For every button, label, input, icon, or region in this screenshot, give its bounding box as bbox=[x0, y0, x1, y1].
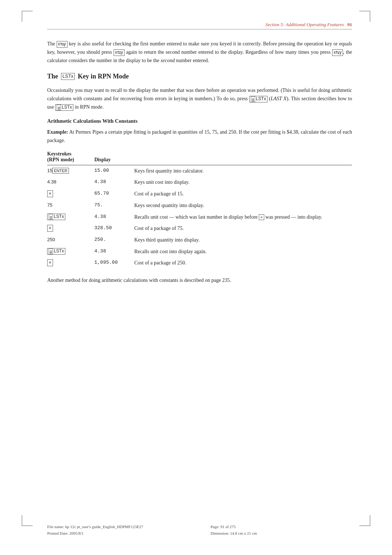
table-cell-description: Recalls unit cost — which was last numbe… bbox=[134, 211, 352, 223]
multiply-key: × bbox=[47, 225, 53, 232]
table-cell-description: Keys third quantity into display. bbox=[134, 234, 352, 246]
lstx-label-small-2: LSTx bbox=[62, 105, 72, 110]
table-row: 4.384.38Keys unit cost into display. bbox=[47, 177, 352, 188]
example-label: Example: bbox=[47, 129, 68, 135]
g-key: g bbox=[49, 248, 53, 254]
col-header-desc bbox=[134, 150, 352, 165]
closing-paragraph: Another method for doing arithmetic calc… bbox=[47, 276, 352, 284]
table-cell-description: Keys second quantity into display. bbox=[134, 200, 352, 211]
multiply-key: × bbox=[47, 259, 53, 266]
intro-paragraph: The x⇆y key is also useful for checking … bbox=[47, 40, 352, 65]
corner-mark-br bbox=[359, 515, 370, 526]
table-row: g LSTx4.38Recalls unit cost — which was … bbox=[47, 211, 352, 223]
g-lstx-key: g LSTx bbox=[47, 214, 65, 220]
col-header-keys: Keystrokes(RPN mode) bbox=[47, 150, 94, 165]
g-key-small-2: g bbox=[57, 105, 61, 110]
table-cell-description: Keys first quantity into calculator. bbox=[134, 165, 352, 177]
lstx-label: LSTx bbox=[54, 214, 64, 220]
table-cell-keys: × bbox=[47, 257, 94, 269]
g-key-small: g bbox=[251, 96, 255, 102]
example-paragraph: Example: At Permex Pipes a certain pipe … bbox=[47, 128, 352, 145]
table-cell-display: 75. bbox=[94, 200, 134, 211]
table-row: ×1,095.00Cost of a package of 250. bbox=[47, 257, 352, 269]
col-header-keys-sub: (RPN mode) bbox=[47, 157, 74, 162]
g-key: g bbox=[49, 214, 53, 220]
footer-right-line2: Dimension: 14.8 cm x 21 cm bbox=[211, 530, 352, 537]
table-cell-keys: g LSTx bbox=[47, 211, 94, 223]
heading-the: The bbox=[47, 73, 58, 80]
header-section-label: Section 5: Additional Operating Features… bbox=[265, 22, 352, 28]
table-cell-display: 15.00 bbox=[94, 165, 134, 177]
xry-key-2: x⇆y bbox=[114, 49, 124, 56]
table-cell-keys: × bbox=[47, 223, 94, 234]
table-cell-description: Cost of a package of 15. bbox=[134, 188, 352, 200]
footer-left-line2: Printed Date: 2005/8/1 bbox=[47, 530, 189, 537]
table-cell-keys: 250 bbox=[47, 234, 94, 246]
body-paragraph: Occasionally you may want to recall to t… bbox=[47, 86, 352, 111]
heading-text: Key in RPN Mode bbox=[78, 73, 128, 80]
table-cell-display: 65.70 bbox=[94, 188, 134, 200]
table-row: 7575.Keys second quantity into display. bbox=[47, 200, 352, 211]
footer-right-line1: Page: 91 of 275 bbox=[211, 523, 352, 530]
multiply-key: × bbox=[47, 190, 53, 197]
table-cell-keys: 15ENTER bbox=[47, 165, 94, 177]
table-row: 15ENTER15.00Keys first quantity into cal… bbox=[47, 165, 352, 177]
g-lstx-key: g LSTx bbox=[47, 248, 65, 255]
table-cell-keys: g LSTx bbox=[47, 246, 94, 258]
page-header: Section 5: Additional Operating Features… bbox=[47, 22, 352, 29]
table-cell-display: 4.38 bbox=[94, 177, 134, 188]
g-lstx-key-inline-2: g LSTx bbox=[55, 104, 73, 111]
enter-key: ENTER bbox=[52, 168, 69, 174]
table-cell-description: Recalls unit cost into display again. bbox=[134, 246, 352, 258]
footer-left-line1: File name: hp 12c pt_user's guide_Englis… bbox=[47, 523, 189, 530]
corner-mark-tl bbox=[22, 11, 33, 22]
table-cell-display: 4.38 bbox=[94, 211, 134, 223]
table-cell-display: 328.50 bbox=[94, 223, 134, 234]
table-cell-display: 250. bbox=[94, 234, 134, 246]
sub-heading: Arithmetic Calculations With Constants bbox=[47, 118, 352, 124]
table-row: ×65.70Cost of a package of 15. bbox=[47, 188, 352, 200]
xry-key-3: x⇆y bbox=[332, 49, 343, 56]
table-cell-description: Cost of a package of 250. bbox=[134, 257, 352, 269]
page: Section 5: Additional Operating Features… bbox=[0, 0, 392, 555]
lstx-label: LSTx bbox=[54, 248, 64, 254]
footer-left: File name: hp 12c pt_user's guide_Englis… bbox=[47, 523, 189, 537]
footer-row: File name: hp 12c pt_user's guide_Englis… bbox=[47, 523, 352, 537]
table-cell-keys: × bbox=[47, 188, 94, 200]
table-cell-keys: 4.38 bbox=[47, 177, 94, 188]
table-cell-display: 1,095.00 bbox=[94, 257, 134, 269]
col-header-display: Display bbox=[94, 150, 134, 165]
corner-mark-tr bbox=[359, 11, 370, 22]
g-lstx-key-inline: gLSTx bbox=[249, 96, 268, 102]
table-row: ×328.50Cost of a package of 75. bbox=[47, 223, 352, 234]
table-row: 250250.Keys third quantity into display. bbox=[47, 234, 352, 246]
lstx-key-heading: LSTx bbox=[61, 73, 75, 80]
corner-mark-bl bbox=[22, 515, 33, 526]
table-cell-description: Cost of a package of 75. bbox=[134, 223, 352, 234]
table-row: g LSTx4.38Recalls unit cost into display… bbox=[47, 246, 352, 258]
lstx-label-small: LSTx bbox=[256, 96, 266, 102]
xry-key: x⇆y bbox=[57, 41, 68, 48]
footer-right: Page: 91 of 275 Dimension: 14.8 cm x 21 … bbox=[211, 523, 352, 537]
table-cell-keys: 75 bbox=[47, 200, 94, 211]
table-cell-description: Keys unit cost into display. bbox=[134, 177, 352, 188]
table-cell-display: 4.38 bbox=[94, 246, 134, 258]
calculation-table: Keystrokes(RPN mode) Display 15ENTER15.0… bbox=[47, 150, 352, 269]
page-footer: File name: hp 12c pt_user's guide_Englis… bbox=[47, 523, 352, 537]
section-heading: The LSTx Key in RPN Mode bbox=[47, 73, 352, 80]
